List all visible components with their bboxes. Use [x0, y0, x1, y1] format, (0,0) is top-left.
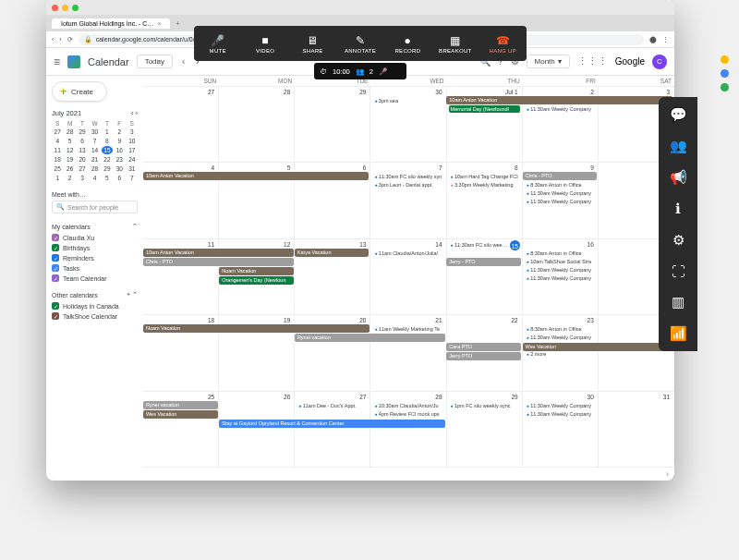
- share-button[interactable]: 🖥SHARE: [289, 26, 336, 61]
- event[interactable]: Memorial Day (Newfoundl: [449, 105, 520, 113]
- multi-day-event[interactable]: Rynei vacation: [295, 334, 445, 342]
- participants-icon[interactable]: 👥: [670, 138, 687, 154]
- close-window-icon[interactable]: [52, 5, 58, 11]
- day-cell[interactable]: 28: [219, 87, 295, 162]
- day-cell[interactable]: 2810:30am Claudia/Anton/Ju4pm Review FCI…: [370, 392, 446, 467]
- multi-day-event[interactable]: Chris - PTO: [143, 258, 294, 266]
- event[interactable]: 11:30am Weekly Company: [525, 198, 596, 205]
- create-button[interactable]: + Create: [52, 81, 107, 102]
- event[interactable]: 10:30am Claudia/Anton/Ju: [372, 402, 443, 409]
- day-cell[interactable]: 810am Hard Tag Change FCI3:30pm Weekly M…: [447, 163, 523, 237]
- event[interactable]: 3:30pm Weekly Marketing: [449, 181, 520, 189]
- day-cell[interactable]: 238:30am Anton in Office11:30am Weekly C…: [523, 315, 599, 390]
- mute-button[interactable]: 🎤MUTE: [194, 26, 241, 61]
- multi-day-event[interactable]: Jerry - PTO: [446, 258, 521, 266]
- breakout-button[interactable]: ▦BREAKOUT: [431, 26, 479, 61]
- chat-icon[interactable]: 💬: [670, 106, 687, 123]
- multi-day-event[interactable]: Stay at Gaylord Opryland Resort & Conven…: [219, 420, 445, 428]
- prev-month-icon[interactable]: ‹: [180, 56, 187, 67]
- multi-day-event[interactable]: Cara PTO: [446, 343, 521, 351]
- event[interactable]: 3pm sea: [372, 97, 443, 104]
- announce-icon[interactable]: 📢: [670, 169, 687, 186]
- fullscreen-icon[interactable]: ⛶: [672, 263, 685, 279]
- event[interactable]: 10am TalkShoe Social Stra: [525, 258, 596, 265]
- multi-day-event[interactable]: Katya Vacation: [295, 249, 370, 257]
- browser-tab[interactable]: Iotum Global Holdings Inc. - C… ×: [52, 18, 170, 29]
- multi-day-event[interactable]: Rynei vacation: [143, 401, 218, 409]
- multi-day-event[interactable]: Wes Vacation: [523, 343, 673, 351]
- day-cell[interactable]: 1411am Claudia/Anton/Julia/: [370, 239, 446, 314]
- multi-day-event[interactable]: Jerry PTO: [446, 352, 521, 360]
- multi-day-event[interactable]: 10am Anton Vacation: [143, 172, 369, 180]
- multi-day-event[interactable]: Chris - PTO: [523, 172, 598, 180]
- day-cell[interactable]: 2711am Dee - Doc's Appt.: [295, 392, 370, 467]
- info-icon[interactable]: ℹ: [675, 201, 681, 217]
- day-cell[interactable]: 26: [219, 392, 295, 467]
- multi-day-event[interactable]: 10am Anton Vacation: [143, 249, 294, 257]
- network-icon[interactable]: 📶: [670, 325, 687, 342]
- day-cell[interactable]: 168:30am Anton in Office10am TalkShoe So…: [523, 239, 599, 314]
- event[interactable]: 11:30am Weekly Company: [525, 410, 596, 418]
- event[interactable]: 11am Claudia/Anton/Julia/: [372, 250, 443, 257]
- menu-icon[interactable]: ≡: [54, 55, 60, 68]
- keep-icon[interactable]: [721, 55, 729, 64]
- event[interactable]: 11am Weekly Marketing Te: [372, 325, 443, 333]
- reload-icon[interactable]: ⟳: [67, 36, 73, 43]
- forward-icon[interactable]: ›: [59, 36, 61, 43]
- day-cell[interactable]: 31: [599, 392, 674, 467]
- event[interactable]: 3pm Leon - Dental appt.: [372, 181, 443, 189]
- day-cell[interactable]: 3011:30am Weekly Company11:30am Weekly C…: [523, 392, 599, 467]
- day-cell[interactable]: 2111am Weekly Marketing Te11:30am FC sil…: [370, 315, 446, 390]
- event[interactable]: 11:30am Weekly Company: [525, 334, 596, 341]
- calendar-item[interactable]: ✓Tasks: [52, 264, 138, 272]
- day-cell[interactable]: 27: [143, 87, 219, 162]
- event[interactable]: 11:30am Weekly Company: [525, 266, 596, 274]
- event[interactable]: 11:30am FC silo weekly syn: [449, 241, 510, 249]
- calendar-item[interactable]: ✓Birthdays: [52, 244, 138, 251]
- chevron-up-icon[interactable]: ⌃: [132, 223, 138, 230]
- menu-icon[interactable]: ⋮: [662, 36, 669, 43]
- back-icon[interactable]: ‹: [52, 36, 54, 43]
- event[interactable]: 8:30am Anton in Office: [525, 250, 596, 257]
- expand-icon[interactable]: ›: [143, 468, 674, 481]
- maximize-window-icon[interactable]: [72, 5, 79, 11]
- apps-grid-icon[interactable]: ⋮⋮⋮: [577, 55, 608, 67]
- event[interactable]: 4pm Review FCI mock ups: [372, 410, 443, 418]
- day-cell[interactable]: 303pm sea: [370, 87, 446, 162]
- annotate-button[interactable]: ✎ANNOTATE: [336, 26, 383, 61]
- account-avatar[interactable]: C: [652, 55, 667, 69]
- profile-icon[interactable]: ⬤: [649, 36, 657, 43]
- settings-icon[interactable]: ⚙: [672, 232, 684, 249]
- event[interactable]: 11:30am Weekly Company: [525, 189, 596, 197]
- event[interactable]: 8:30am Anton in Office: [525, 325, 596, 333]
- event[interactable]: 8:30am Anton in Office: [525, 181, 596, 189]
- calendar-item[interactable]: ✓Holidays in Canada: [52, 302, 138, 310]
- day-cell[interactable]: 291pm FC silo weekly sync: [447, 392, 523, 467]
- multi-day-event[interactable]: 10am Anton Vacation: [446, 96, 672, 104]
- event[interactable]: 11:30am Weekly Company: [525, 274, 596, 282]
- event[interactable]: 11:30am FC silo weekly syn: [372, 173, 443, 180]
- event[interactable]: 1pm FC silo weekly sync: [449, 402, 520, 409]
- close-tab-icon[interactable]: ×: [157, 20, 161, 27]
- multi-day-event[interactable]: Noam Vacation: [143, 324, 370, 333]
- mini-calendar[interactable]: July 2021 ‹ › SMTWTFS2728293012345678910…: [52, 109, 138, 182]
- addon-icon[interactable]: [721, 83, 729, 91]
- calendar-item[interactable]: ✓Reminders: [52, 254, 138, 262]
- day-cell[interactable]: 1511:30am FC silo weekly syn: [447, 239, 523, 314]
- multi-day-event[interactable]: Orangemen's Day (Newfoun: [219, 276, 294, 285]
- mini-nav[interactable]: ‹ ›: [131, 109, 138, 117]
- video-button[interactable]: ■VIDEO: [241, 26, 288, 61]
- search-people-input[interactable]: 🔍 Search for people: [52, 201, 138, 213]
- record-button[interactable]: ●RECORD: [384, 26, 431, 61]
- layout-icon[interactable]: ▥: [672, 294, 684, 310]
- event[interactable]: 11:30am Weekly Company: [525, 105, 596, 113]
- multi-day-event[interactable]: Noam Vacation: [219, 267, 294, 275]
- view-switcher[interactable]: Month ▾: [527, 55, 570, 68]
- tasks-icon[interactable]: [721, 69, 729, 78]
- add-other-cal-icon[interactable]: + ⌃: [127, 291, 138, 298]
- calendar-item[interactable]: ✓Claudia Xu: [52, 234, 138, 241]
- multi-day-event[interactable]: Wes Vacation: [143, 410, 218, 419]
- event[interactable]: 2 more: [525, 350, 596, 358]
- calendar-item[interactable]: ✓TalkShoe Calendar: [52, 312, 138, 320]
- event[interactable]: 11am Dee - Doc's Appt.: [297, 402, 368, 409]
